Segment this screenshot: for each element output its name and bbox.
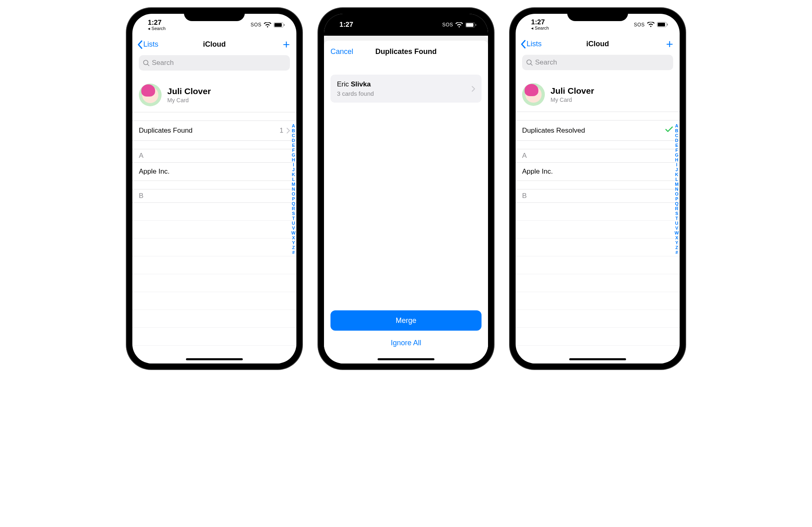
my-card-sub: My Card xyxy=(551,97,594,103)
index-letter[interactable]: M xyxy=(675,182,678,187)
index-letter[interactable]: X xyxy=(675,235,678,240)
search-icon xyxy=(526,59,533,66)
merge-button[interactable]: Merge xyxy=(330,310,482,331)
add-contact-button[interactable]: + xyxy=(666,37,675,51)
section-header-b: B xyxy=(132,189,296,203)
sos-indicator: SOS xyxy=(634,22,645,28)
add-contact-button[interactable]: + xyxy=(283,38,292,52)
index-letter[interactable]: P xyxy=(675,196,678,201)
index-letter[interactable]: Y xyxy=(292,240,295,245)
home-indicator[interactable] xyxy=(378,358,434,360)
index-letter[interactable]: Z xyxy=(675,245,678,250)
cancel-button[interactable]: Cancel xyxy=(330,47,353,56)
svg-rect-10 xyxy=(667,24,668,26)
search-input[interactable]: Search xyxy=(139,55,290,71)
index-letter[interactable]: P xyxy=(292,196,295,201)
index-letter[interactable]: W xyxy=(292,230,296,235)
nav-bar: Lists iCloud + xyxy=(516,36,680,54)
alphabet-index[interactable]: ABCDEFGHIJKLMNOPQRSTUVWXYZ# xyxy=(675,123,679,255)
chevron-right-icon xyxy=(472,86,475,92)
back-button[interactable]: Lists xyxy=(520,40,542,49)
index-letter[interactable]: E xyxy=(675,143,678,148)
my-card-name: Juli Clover xyxy=(551,86,594,96)
index-letter[interactable]: # xyxy=(292,250,295,255)
screen-1: 1:27 ◂ Search SOS Lists iCloud xyxy=(132,14,296,364)
section-header-b: B xyxy=(516,189,680,203)
status-back-to-search[interactable]: ◂ Search xyxy=(148,26,166,31)
index-letter[interactable]: U xyxy=(675,221,678,226)
ignore-all-button[interactable]: Ignore All xyxy=(391,339,421,347)
index-letter[interactable]: A xyxy=(675,123,678,128)
search-placeholder: Search xyxy=(535,58,557,67)
index-letter[interactable]: Q xyxy=(675,201,679,206)
index-letter[interactable]: Q xyxy=(292,201,296,206)
index-letter[interactable]: Y xyxy=(675,240,678,245)
index-letter[interactable]: G xyxy=(292,153,296,157)
index-letter[interactable]: N xyxy=(292,187,295,191)
index-letter[interactable]: E xyxy=(292,143,295,148)
my-card-name: Juli Clover xyxy=(167,86,211,96)
index-letter[interactable]: C xyxy=(675,133,678,138)
back-button[interactable]: Lists xyxy=(137,40,158,49)
page-title: iCloud xyxy=(572,40,624,48)
index-letter[interactable]: U xyxy=(292,221,295,226)
duplicates-found-row[interactable]: Duplicates Found 1 xyxy=(132,120,296,141)
index-letter[interactable]: D xyxy=(675,138,678,143)
index-letter[interactable]: Z xyxy=(292,245,295,250)
status-back-to-search[interactable]: ◂ Search xyxy=(531,26,549,31)
contact-row[interactable]: Apple Inc. xyxy=(516,163,680,181)
alphabet-index[interactable]: ABCDEFGHIJKLMNOPQRSTUVWXYZ# xyxy=(292,123,296,255)
index-letter[interactable]: A xyxy=(292,123,295,128)
index-letter[interactable]: I xyxy=(676,162,677,167)
sheet-nav: Cancel Duplicates Found xyxy=(324,41,488,62)
index-letter[interactable]: J xyxy=(676,167,678,172)
search-input[interactable]: Search xyxy=(522,55,673,70)
index-letter[interactable]: M xyxy=(292,182,295,187)
index-letter[interactable]: S xyxy=(292,211,295,216)
duplicates-label: Duplicates Found xyxy=(139,127,192,135)
index-letter[interactable]: H xyxy=(292,157,295,162)
index-letter[interactable]: L xyxy=(292,177,295,182)
index-letter[interactable]: K xyxy=(292,172,295,177)
sos-indicator: SOS xyxy=(251,22,261,28)
index-letter[interactable]: B xyxy=(292,128,295,133)
index-letter[interactable]: C xyxy=(292,133,295,138)
chevron-left-icon xyxy=(520,40,526,49)
modal-sheet: Cancel Duplicates Found Eric Slivka 3 ca… xyxy=(324,41,488,364)
avatar xyxy=(139,84,162,106)
sos-indicator: SOS xyxy=(442,22,453,28)
index-letter[interactable]: I xyxy=(293,162,294,167)
battery-icon xyxy=(274,22,285,28)
index-letter[interactable]: W xyxy=(675,230,679,235)
index-letter[interactable]: D xyxy=(292,138,295,143)
index-letter[interactable]: V xyxy=(292,226,295,230)
index-letter[interactable]: R xyxy=(675,206,678,211)
svg-rect-9 xyxy=(658,23,665,26)
index-letter[interactable]: F xyxy=(675,148,678,153)
index-letter[interactable]: K xyxy=(675,172,678,177)
index-letter[interactable]: # xyxy=(676,250,678,255)
section-header-a: A xyxy=(516,149,680,163)
my-card-row[interactable]: Juli Clover My Card xyxy=(516,77,680,112)
index-letter[interactable]: H xyxy=(675,157,678,162)
nav-bar: Lists iCloud + xyxy=(132,36,296,54)
index-letter[interactable]: O xyxy=(292,191,296,196)
index-letter[interactable]: G xyxy=(675,153,679,157)
my-card-row[interactable]: Juli Clover My Card xyxy=(132,78,296,112)
index-letter[interactable]: B xyxy=(675,128,678,133)
home-indicator[interactable] xyxy=(186,358,243,360)
index-letter[interactable]: V xyxy=(675,226,678,230)
index-letter[interactable]: F xyxy=(292,148,295,153)
index-letter[interactable]: S xyxy=(675,211,678,216)
index-letter[interactable]: O xyxy=(675,191,679,196)
index-letter[interactable]: T xyxy=(675,216,678,221)
index-letter[interactable]: X xyxy=(292,235,295,240)
home-indicator[interactable] xyxy=(569,358,626,360)
contact-row[interactable]: Apple Inc. xyxy=(132,163,296,181)
index-letter[interactable]: T xyxy=(292,216,295,221)
index-letter[interactable]: L xyxy=(675,177,678,182)
index-letter[interactable]: J xyxy=(292,167,295,172)
index-letter[interactable]: N xyxy=(675,187,678,191)
duplicate-contact-card[interactable]: Eric Slivka 3 cards found xyxy=(330,75,482,103)
index-letter[interactable]: R xyxy=(292,206,295,211)
